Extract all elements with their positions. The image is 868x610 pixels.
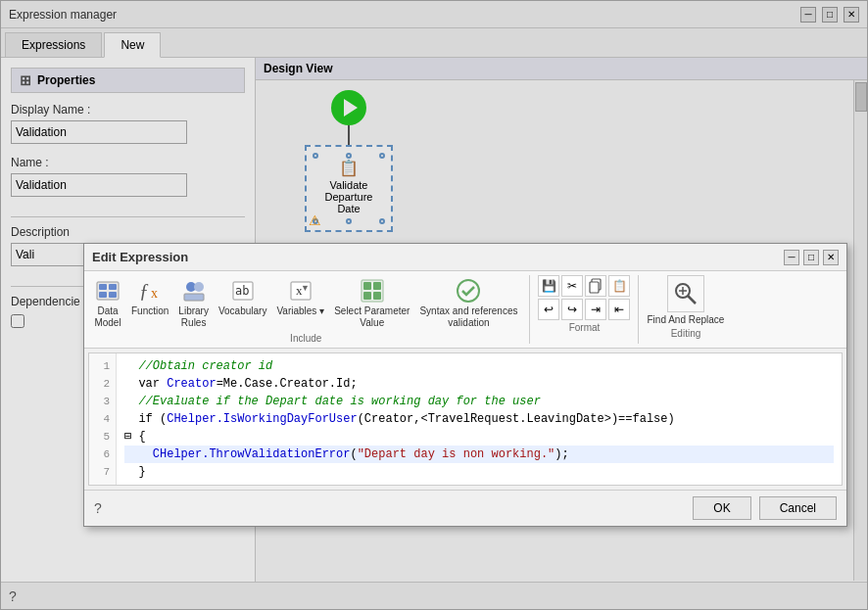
line-num-3: 3 [95,393,110,410]
creator-var: Creator [167,377,216,391]
format-buttons: 💾 ✂ 📋 ↩ ↪ ⇥ ⇤ [538,275,630,320]
separator-1 [529,275,530,344]
function-label: Function [131,305,169,317]
format-section: 💾 ✂ 📋 ↩ ↪ ⇥ ⇤ Format [538,275,630,333]
dialog-titlebar: Edit Expression ─ □ ✕ [84,244,846,271]
string-1: "Depart day is non working." [358,447,555,461]
svg-text:x: x [151,286,158,301]
code-line-6: CHelper.ThrowValidationError("Depart day… [124,446,834,463]
dialog-controls: ─ □ ✕ [784,250,839,265]
syntax-label: Syntax and referencesvalidation [419,305,517,329]
dialog-maximize-button[interactable]: □ [803,250,819,265]
include-items: DataModel ƒ x Function [90,275,521,331]
svg-text:▼: ▼ [301,283,310,293]
format-label: Format [569,322,601,333]
svg-rect-4 [109,292,117,298]
method-isworking: CHelper.IsWorkingDayForUser [167,412,357,426]
copy-button[interactable] [585,275,606,297]
code-line-7: } [124,463,834,481]
find-replace-label: Find And Replace [647,314,724,326]
dialog-toolbar: DataModel ƒ x Function [84,271,846,349]
select-param-label: Select ParameterValue [334,305,410,329]
code-line-4: if (CHelper.IsWorkingDayForUser(Creator,… [124,410,834,428]
vocabulary-label: Vocabulary [218,305,266,317]
svg-point-20 [458,280,479,302]
editing-label: Editing [671,328,701,339]
comment-2: //Evaluate if the Depart date is working… [124,395,541,408]
dialog-help-icon[interactable]: ? [94,500,102,516]
function-button[interactable]: ƒ x Function [127,275,172,331]
syntax-validation-button[interactable]: Syntax and referencesvalidation [415,275,521,331]
separator-2 [638,275,639,344]
line-num-5: 5 [95,428,110,446]
svg-point-8 [194,282,204,292]
line-num-4: 4 [95,410,110,428]
method-throw: CHelper.ThrowValidationError [153,447,351,461]
variables-button[interactable]: x ▼ Variables ▾ [272,275,328,331]
svg-rect-22 [590,282,599,293]
svg-line-24 [688,296,696,304]
select-param-icon [359,277,386,305]
code-content: 1 2 3 4 5 6 7 //Obtain creator id var Cr… [89,353,842,485]
code-line-5: ⊟ { [124,428,834,446]
code-line-1: //Obtain creator id [124,357,834,375]
var-keyword: var [138,377,167,391]
line-num-1: 1 [95,357,110,375]
svg-rect-9 [184,294,204,301]
variables-icon: x ▼ [287,277,314,305]
code-line-2: var Creator=Me.Case.Creator.Id; [124,375,834,393]
library-rules-label: LibraryRules [178,305,209,329]
svg-text:ƒ: ƒ [139,280,149,302]
library-rules-button[interactable]: LibraryRules [174,275,213,331]
function-icon: ƒ x [136,277,164,305]
cut-button[interactable]: ✂ [561,275,583,297]
variables-label: Variables ▾ [276,305,324,317]
code-editor[interactable]: 1 2 3 4 5 6 7 //Obtain creator id var Cr… [88,352,843,486]
code-line-3: //Evaluate if the Depart date is working… [124,393,834,410]
syntax-validation-icon [455,277,482,305]
redo-button[interactable]: ↪ [561,299,583,320]
line-numbers: 1 2 3 4 5 6 7 [89,353,117,485]
select-parameter-value-button[interactable]: Select ParameterValue [330,275,413,331]
dialog-title: Edit Expression [92,250,188,264]
undo-button[interactable]: ↩ [538,299,559,320]
editing-section: Find And Replace Editing [647,275,724,339]
indent-button[interactable]: ⇥ [585,299,606,320]
dialog-minimize-button[interactable]: ─ [784,250,799,265]
footer-buttons: OK Cancel [693,496,837,520]
svg-rect-17 [373,282,381,290]
svg-rect-19 [373,292,381,300]
data-model-icon [94,277,121,305]
svg-rect-2 [109,284,117,290]
code-lines[interactable]: //Obtain creator id var Creator=Me.Case.… [117,353,842,485]
svg-rect-1 [99,284,107,290]
line-num-6: 6 [95,446,110,463]
svg-rect-3 [99,292,107,298]
dialog-close-button[interactable]: ✕ [823,250,839,265]
save-button[interactable]: 💾 [538,275,559,297]
include-label: Include [90,333,521,344]
format-row-2: ↩ ↪ ⇥ ⇤ [538,299,630,320]
library-rules-icon [180,277,208,305]
line-num-2: 2 [95,375,110,393]
svg-text:ab: ab [235,284,249,298]
find-replace-button[interactable] [667,275,704,312]
data-model-button[interactable]: DataModel [90,275,125,331]
ok-button[interactable]: OK [693,496,750,520]
outdent-button[interactable]: ⇤ [608,299,630,320]
paste-button[interactable]: 📋 [608,275,630,297]
comment-1: //Obtain creator id [124,359,272,373]
cancel-button[interactable]: Cancel [759,496,837,520]
svg-rect-16 [363,282,371,290]
edit-expression-dialog: Edit Expression ─ □ ✕ [83,243,847,527]
line-num-7: 7 [95,463,110,481]
data-model-label: DataModel [94,305,121,329]
dialog-footer: ? OK Cancel [84,490,846,526]
include-section: DataModel ƒ x Function [90,275,521,344]
vocabulary-button[interactable]: ab Vocabulary [215,275,270,331]
vocabulary-icon: ab [229,277,257,305]
format-row-1: 💾 ✂ 📋 [538,275,630,297]
svg-rect-18 [363,292,371,300]
